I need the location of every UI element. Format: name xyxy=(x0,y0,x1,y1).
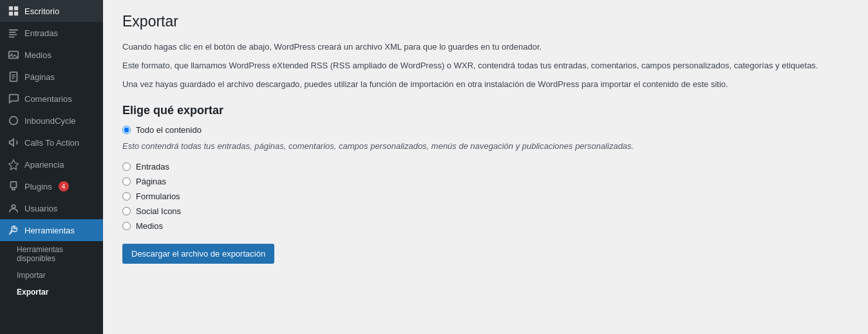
option-formularios-row: Formularios xyxy=(122,192,849,201)
option-entradas-radio[interactable] xyxy=(122,162,131,171)
sidebar-item-herramientas[interactable]: Herramientas xyxy=(0,219,103,241)
option-entradas-label[interactable]: Entradas xyxy=(136,162,169,172)
option-medios-row: Medios xyxy=(122,221,849,231)
option-social-icons-label[interactable]: Social Icons xyxy=(136,206,181,216)
plugins-icon xyxy=(8,181,19,192)
herramientas-submenu: Herramientas disponibles Importar Export… xyxy=(0,241,103,300)
sidebar-label-comentarios: Comentarios xyxy=(24,94,72,104)
megaphone-icon xyxy=(8,137,19,148)
sidebar-label-inboundcycle: InboundCycle xyxy=(24,116,76,126)
option-medios-radio[interactable] xyxy=(122,222,131,230)
sidebar-label-herramientas: Herramientas xyxy=(24,226,75,235)
sidebar-item-entradas[interactable]: Entradas xyxy=(0,22,103,44)
sidebar-label-usuarios: Usuarios xyxy=(24,204,57,213)
sidebar-item-plugins[interactable]: Plugins 4 xyxy=(0,175,103,197)
option-entradas-row: Entradas xyxy=(122,162,849,172)
sidebar-label-escritorio: Escritorio xyxy=(24,6,59,16)
submenu-importar[interactable]: Importar xyxy=(0,267,103,284)
submenu-herramientas-disponibles[interactable]: Herramientas disponibles xyxy=(0,241,103,267)
all-content-note: Esto contendrá todas tus entradas, págin… xyxy=(122,140,702,153)
desc2: Este formato, que llamamos WordPress eXt… xyxy=(122,59,831,73)
users-icon xyxy=(8,202,19,214)
circle-icon xyxy=(8,115,19,126)
desc1: Cuando hagas clic en el botón de abajo, … xyxy=(122,41,831,54)
option-formularios-label[interactable]: Formularios xyxy=(136,192,180,201)
plugins-badge: 4 xyxy=(59,181,69,192)
svg-rect-2 xyxy=(9,12,13,15)
sidebar-item-escritorio[interactable]: Escritorio xyxy=(0,0,103,22)
desc3: Una vez hayas guardado el archivo descar… xyxy=(122,78,831,92)
option-social-icons-radio[interactable] xyxy=(122,207,131,215)
option-paginas-row: Páginas xyxy=(122,177,849,186)
svg-rect-1 xyxy=(14,6,18,10)
sidebar: Escritorio Entradas Medios Páginas Comen… xyxy=(0,0,103,334)
svg-rect-0 xyxy=(9,6,13,10)
sidebar-item-calls-to-action[interactable]: Calls To Action xyxy=(0,132,103,153)
media-icon xyxy=(8,49,19,61)
sidebar-label-plugins: Plugins xyxy=(24,182,52,192)
tools-icon xyxy=(8,224,19,236)
sidebar-label-entradas: Entradas xyxy=(24,28,58,38)
option-paginas-radio[interactable] xyxy=(122,177,131,186)
sidebar-item-medios[interactable]: Medios xyxy=(0,44,103,66)
sidebar-item-paginas[interactable]: Páginas xyxy=(0,66,103,88)
svg-point-12 xyxy=(12,205,15,208)
page-title: Exportar xyxy=(122,13,849,30)
option-all-label[interactable]: Todo el contenido xyxy=(136,125,202,135)
comments-icon xyxy=(8,93,19,104)
svg-rect-3 xyxy=(14,12,18,15)
download-export-button[interactable]: Descargar el archivo de exportación xyxy=(122,244,274,264)
sidebar-item-comentarios[interactable]: Comentarios xyxy=(0,88,103,110)
option-formularios-radio[interactable] xyxy=(122,192,131,201)
option-paginas-label[interactable]: Páginas xyxy=(136,177,166,186)
option-medios-label[interactable]: Medios xyxy=(136,221,163,231)
sidebar-label-paginas: Páginas xyxy=(24,72,55,82)
sidebar-item-apariencia[interactable]: Apariencia xyxy=(0,153,103,175)
submenu-exportar[interactable]: Exportar xyxy=(0,284,103,300)
sidebar-item-usuarios[interactable]: Usuarios xyxy=(0,197,103,219)
dashboard-icon xyxy=(8,5,19,17)
svg-point-10 xyxy=(10,117,18,125)
sidebar-label-calls-to-action: Calls To Action xyxy=(24,138,79,148)
svg-rect-11 xyxy=(11,182,17,188)
option-all-radio[interactable] xyxy=(122,126,131,134)
appearance-icon xyxy=(8,159,19,170)
section-title: Elige qué exportar xyxy=(122,104,849,117)
pages-icon xyxy=(8,71,19,83)
main-content: Exportar Cuando hagas clic en el botón d… xyxy=(103,0,868,334)
sidebar-item-inboundcycle[interactable]: InboundCycle xyxy=(0,110,103,132)
option-all-row: Todo el contenido xyxy=(122,125,849,135)
sidebar-label-apariencia: Apariencia xyxy=(24,160,64,170)
option-social-icons-row: Social Icons xyxy=(122,206,849,216)
sidebar-label-medios: Medios xyxy=(24,50,52,60)
posts-icon xyxy=(8,27,19,39)
